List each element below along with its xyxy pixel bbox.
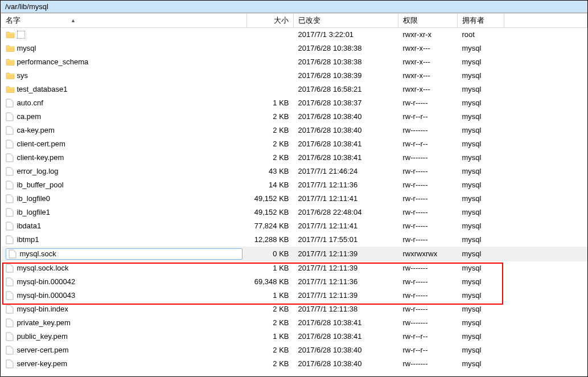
- cell-permissions: rw-r-----: [398, 275, 458, 289]
- file-name-label: test_database1: [17, 85, 68, 93]
- cell-owner: mysql: [458, 165, 504, 178]
- cell-permissions: rwxr-x---: [398, 83, 458, 96]
- cell-owner: mysql: [458, 124, 504, 137]
- folder-icon: [6, 71, 15, 80]
- cell-owner: mysql: [458, 302, 504, 316]
- cell-spacer: [504, 316, 587, 330]
- table-row[interactable]: public_key.pem1 KB2017/6/28 10:38:41rw-r…: [1, 330, 587, 343]
- cell-permissions: rwxr-x---: [398, 42, 458, 55]
- table-row[interactable]: 2017/7/1 3:22:01rwxr-xr-xroot: [1, 28, 587, 42]
- table-row[interactable]: client-cert.pem2 KB2017/6/28 10:38:41rw-…: [1, 137, 587, 151]
- cell-spacer: [504, 219, 587, 233]
- cell-changed: 2017/6/28 10:38:38: [294, 55, 398, 69]
- file-list-container: 名字▲ 大小 已改变 权限 拥有者 2017/7/1 3:22:01rwxr-x…: [1, 13, 587, 376]
- cell-name[interactable]: client-cert.pem: [1, 137, 247, 151]
- cell-permissions: rw-r-----: [398, 233, 458, 247]
- table-row[interactable]: mysql2017/6/28 10:38:38rwxr-x---mysql: [1, 42, 587, 55]
- cell-name[interactable]: sys: [1, 69, 247, 83]
- cell-permissions: rw-r--r--: [398, 110, 458, 124]
- cell-name[interactable]: test_database1: [1, 83, 247, 96]
- column-size[interactable]: 大小: [247, 14, 294, 28]
- file-name-label: mysql-bin.000043: [17, 291, 76, 300]
- cell-name[interactable]: mysql-bin.000043: [1, 289, 247, 302]
- cell-size: 1 KB: [247, 289, 294, 302]
- cell-name[interactable]: mysql-bin.index: [1, 302, 247, 316]
- cell-name[interactable]: performance_schema: [1, 55, 247, 69]
- cell-size: 2 KB: [247, 316, 294, 330]
- table-row[interactable]: server-cert.pem2 KB2017/6/28 10:38:40rw-…: [1, 343, 587, 357]
- file-icon: [6, 264, 15, 273]
- file-icon: [6, 112, 15, 121]
- file-name-label: error_log.log: [17, 167, 59, 175]
- table-row[interactable]: performance_schema2017/6/28 10:38:38rwxr…: [1, 55, 587, 69]
- cell-permissions: rw-------: [398, 316, 458, 330]
- table-row[interactable]: client-key.pem2 KB2017/6/28 10:38:41rw--…: [1, 151, 587, 165]
- cell-name[interactable]: mysql.sock: [1, 247, 247, 261]
- table-row[interactable]: auto.cnf1 KB2017/6/28 10:38:37rw-r-----m…: [1, 96, 587, 110]
- file-icon: [6, 332, 15, 341]
- cell-name[interactable]: server-cert.pem: [1, 343, 247, 357]
- cell-name[interactable]: error_log.log: [1, 165, 247, 178]
- cell-spacer: [504, 42, 587, 55]
- cell-permissions: rw-r-----: [398, 165, 458, 178]
- column-permissions[interactable]: 权限: [398, 14, 458, 28]
- cell-size: 14 KB: [247, 178, 294, 192]
- cell-size: 1 KB: [247, 330, 294, 343]
- table-row[interactable]: ib_logfile049,152 KB2017/7/1 12:11:41rw-…: [1, 192, 587, 206]
- table-row[interactable]: mysql-bin.00004269,348 KB2017/7/1 12:11:…: [1, 275, 587, 289]
- table-row[interactable]: ib_buffer_pool14 KB2017/7/1 12:11:36rw-r…: [1, 178, 587, 192]
- cell-permissions: rw-r-----: [398, 302, 458, 316]
- path-bar[interactable]: /var/lib/mysql: [1, 1, 587, 13]
- cell-changed: 2017/6/28 10:38:40: [294, 343, 398, 357]
- cell-name[interactable]: mysql.sock.lock: [1, 261, 247, 275]
- cell-spacer: [504, 110, 587, 124]
- cell-changed: 2017/7/1 12:11:36: [294, 275, 398, 289]
- cell-owner: mysql: [458, 343, 504, 357]
- cell-name[interactable]: private_key.pem: [1, 316, 247, 330]
- table-row[interactable]: ibdata177,824 KB2017/7/1 12:11:41rw-r---…: [1, 219, 587, 233]
- table-row[interactable]: private_key.pem2 KB2017/6/28 10:38:41rw-…: [1, 316, 587, 330]
- cell-name[interactable]: ca-key.pem: [1, 124, 247, 137]
- column-name-label: 名字: [6, 16, 20, 24]
- cell-name[interactable]: mysql: [1, 42, 247, 55]
- folder-icon: [6, 58, 15, 67]
- table-row[interactable]: sys2017/6/28 10:38:39rwxr-x---mysql: [1, 69, 587, 83]
- table-row[interactable]: ib_logfile149,152 KB2017/6/28 22:48:04rw…: [1, 206, 587, 219]
- table-row[interactable]: error_log.log43 KB2017/7/1 21:46:24rw-r-…: [1, 165, 587, 178]
- column-name[interactable]: 名字▲: [1, 14, 247, 28]
- cell-name[interactable]: client-key.pem: [1, 151, 247, 165]
- cell-spacer: [504, 55, 587, 69]
- cell-name[interactable]: ibtmp1: [1, 233, 247, 247]
- cell-name[interactable]: ib_buffer_pool: [1, 178, 247, 192]
- cell-name[interactable]: ca.pem: [1, 110, 247, 124]
- table-row[interactable]: server-key.pem2 KB2017/6/28 10:38:40rw--…: [1, 357, 587, 371]
- cell-name[interactable]: server-key.pem: [1, 357, 247, 371]
- cell-permissions: rw-------: [398, 357, 458, 371]
- table-row[interactable]: mysql.sock0 KB2017/7/1 12:11:39rwxrwxrwx…: [1, 247, 587, 261]
- table-row[interactable]: mysql-bin.index2 KB2017/7/1 12:11:38rw-r…: [1, 302, 587, 316]
- cell-name[interactable]: auto.cnf: [1, 96, 247, 110]
- cell-permissions: rwxr-x---: [398, 69, 458, 83]
- column-changed[interactable]: 已改变: [294, 14, 398, 28]
- column-spacer: [504, 14, 587, 28]
- cell-name[interactable]: ibdata1: [1, 219, 247, 233]
- file-name-label: mysql-bin.index: [17, 305, 68, 313]
- cell-changed: 2017/7/1 12:11:41: [294, 219, 398, 233]
- cell-name[interactable]: ib_logfile1: [1, 206, 247, 219]
- table-row[interactable]: ca-key.pem2 KB2017/6/28 10:38:40rw------…: [1, 124, 587, 137]
- cell-name[interactable]: [1, 28, 247, 42]
- cell-spacer: [504, 83, 587, 96]
- table-row[interactable]: test_database12017/6/28 16:58:21rwxr-x--…: [1, 83, 587, 96]
- cell-name[interactable]: public_key.pem: [1, 330, 247, 343]
- cell-size: [247, 28, 294, 42]
- table-row[interactable]: ca.pem2 KB2017/6/28 10:38:40rw-r--r--mys…: [1, 110, 587, 124]
- cell-name[interactable]: mysql-bin.000042: [1, 275, 247, 289]
- table-row[interactable]: mysql.sock.lock1 KB2017/7/1 12:11:39rw--…: [1, 261, 587, 275]
- table-row[interactable]: ibtmp112,288 KB2017/7/1 17:55:01rw-r----…: [1, 233, 587, 247]
- cell-name[interactable]: ib_logfile0: [1, 192, 247, 206]
- file-name-label: server-cert.pem: [17, 346, 69, 354]
- column-owner[interactable]: 拥有者: [458, 14, 504, 28]
- cell-permissions: rw-r-----: [398, 96, 458, 110]
- file-name-label: ibdata1: [17, 222, 42, 230]
- table-row[interactable]: mysql-bin.0000431 KB2017/7/1 12:11:39rw-…: [1, 289, 587, 302]
